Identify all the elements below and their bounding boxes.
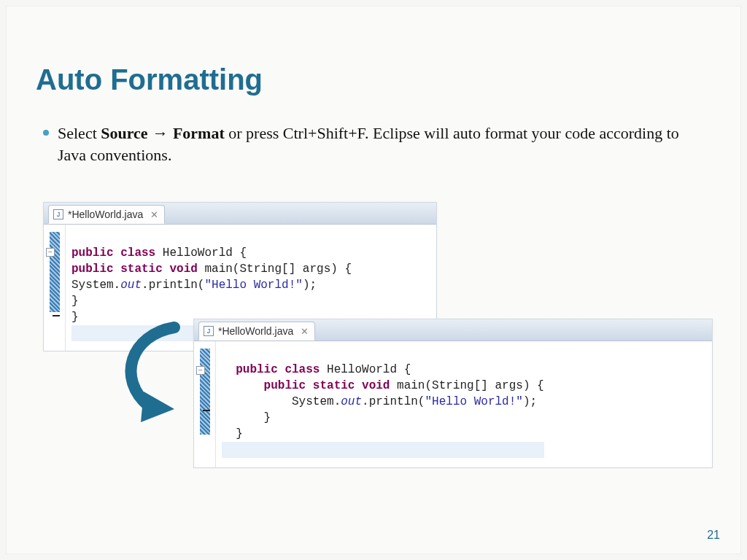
fold-toggle-icon[interactable]: −: [196, 366, 205, 375]
java-file-icon: J: [204, 326, 214, 336]
editor-tabbar: J *HelloWorld.java ✕: [194, 319, 712, 341]
editor-gutter: −: [44, 225, 66, 351]
editor-tabbar: J *HelloWorld.java ✕: [44, 203, 436, 225]
svg-marker-0: [141, 392, 174, 422]
curved-arrow-icon: [109, 320, 196, 422]
change-marker-icon: [50, 232, 60, 312]
arrow-right-icon: →: [148, 124, 173, 142]
page-number: 21: [707, 529, 720, 542]
close-icon[interactable]: ✕: [150, 209, 158, 220]
editor-tab[interactable]: J *HelloWorld.java ✕: [48, 205, 165, 224]
fold-toggle-icon[interactable]: −: [46, 248, 55, 257]
bullet-source: Source: [101, 124, 147, 142]
editor-gutter: −: [194, 341, 216, 467]
bullet-dot-icon: [43, 130, 49, 136]
code-editor-after: J *HelloWorld.java ✕ − public class Hell…: [193, 319, 713, 468]
caret-icon: [53, 315, 60, 316]
tab-title: *HelloWorld.java: [68, 209, 143, 220]
java-file-icon: J: [53, 209, 63, 219]
change-marker-icon: [200, 349, 210, 435]
bullet-format: Format: [173, 124, 225, 142]
editor-tab[interactable]: J *HelloWorld.java ✕: [198, 322, 315, 341]
caret-icon: [203, 410, 210, 411]
code-area[interactable]: − public class HelloWorld { public stati…: [194, 341, 712, 467]
close-icon[interactable]: ✕: [301, 326, 309, 337]
code-lines: public class HelloWorld { public static …: [216, 341, 544, 467]
bullet-item: Select Source → Format or press Ctrl+Shi…: [58, 122, 711, 166]
tab-title: *HelloWorld.java: [218, 325, 293, 337]
slide-title: Auto Formatting: [36, 63, 740, 96]
bullet-text-pre: Select: [58, 124, 101, 142]
